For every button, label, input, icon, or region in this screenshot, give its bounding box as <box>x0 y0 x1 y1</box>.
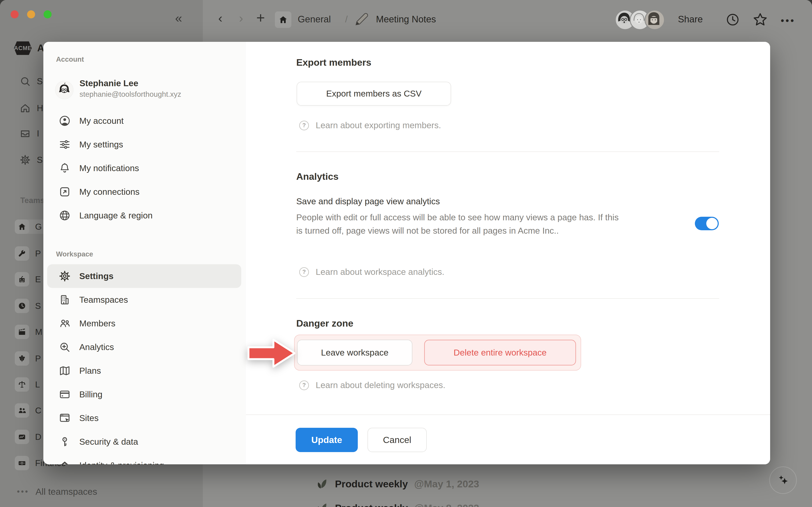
help-text: Learn about deleting workspaces. <box>316 380 445 390</box>
breadcrumb-home-button[interactable] <box>275 11 291 28</box>
menu-item-label: Billing <box>79 390 102 399</box>
analytics-help-link[interactable]: ? Learn about workspace analytics. <box>299 267 445 277</box>
toggle-knob <box>706 218 718 229</box>
teamspace-tile <box>15 220 29 234</box>
doc-row[interactable]: Product weekly @May 1, 2023 <box>315 476 479 492</box>
workspace-logo[interactable]: ACME <box>14 41 32 55</box>
menu-item-analytics[interactable]: Analytics <box>47 335 241 359</box>
menu-item-label: My notifications <box>79 163 139 173</box>
scales-icon <box>17 380 27 389</box>
workspace-logo-text: ACME <box>14 45 32 52</box>
menu-item-billing[interactable]: Billing <box>47 383 241 406</box>
updates-clock-icon[interactable] <box>725 12 740 27</box>
menu-item-members[interactable]: Members <box>47 312 241 335</box>
danger-zone-container: Leave workspace Delete entire workspace <box>294 335 581 371</box>
teamspace-item[interactable]: M <box>15 325 42 339</box>
cancel-button[interactable]: Cancel <box>367 428 427 452</box>
sidebar-item-home[interactable]: H <box>19 101 43 115</box>
credit-card-icon <box>59 388 71 400</box>
menu-item-label: Members <box>79 319 115 329</box>
back-icon[interactable]: ‹ <box>218 12 222 24</box>
menu-item-identity-provisioning[interactable]: Identity & provisioning <box>47 454 241 464</box>
leave-workspace-button[interactable]: Leave workspace <box>297 340 412 365</box>
members-icon <box>59 317 71 330</box>
minimize-window-button[interactable] <box>27 10 35 18</box>
teamspace-tile <box>15 377 29 392</box>
teamspace-tile <box>15 403 29 418</box>
teamspace-item[interactable]: E <box>15 272 41 286</box>
teamspace-item[interactable]: L <box>15 377 40 392</box>
house-icon <box>17 222 27 231</box>
breadcrumb-page-title[interactable]: Meeting Notes <box>376 14 436 24</box>
teamspace-item[interactable]: D <box>15 430 42 444</box>
section-divider <box>296 298 719 299</box>
danger-help-link[interactable]: ? Learn about deleting workspaces. <box>299 380 445 390</box>
teamspace-label: C <box>35 406 42 415</box>
teamspace-item[interactable]: S <box>15 299 41 313</box>
account-user[interactable]: Stephanie Lee stephanie@toolsforthought.… <box>55 77 181 99</box>
teams-section-header: Teams <box>20 196 45 205</box>
ai-assistant-button[interactable] <box>769 466 797 494</box>
doc-date-mention: @May 8, 2023 <box>414 502 479 507</box>
clock-icon <box>17 301 27 310</box>
delete-workspace-button[interactable]: Delete entire workspace <box>424 340 576 365</box>
collaborator-avatars[interactable] <box>615 10 665 30</box>
analytics-toggle[interactable] <box>695 217 719 230</box>
red-pointer-arrow <box>246 337 297 370</box>
sidebar-item-inbox[interactable]: I <box>19 126 39 141</box>
update-button[interactable]: Update <box>296 428 358 452</box>
collapse-sidebar-icon[interactable]: « <box>175 12 182 24</box>
forward-icon[interactable]: › <box>239 12 243 24</box>
menu-item-security-data[interactable]: Security & data <box>47 430 241 454</box>
menu-item-language-region[interactable]: Language & region <box>47 204 241 227</box>
maximize-window-button[interactable] <box>44 10 52 18</box>
share-button[interactable]: Share <box>678 14 703 24</box>
menu-item-plans[interactable]: Plans <box>47 359 241 383</box>
all-teamspaces-label: All teamspaces <box>36 487 97 497</box>
user-avatar <box>55 81 73 99</box>
close-window-button[interactable] <box>11 10 18 18</box>
map-icon <box>59 364 71 377</box>
doc-row[interactable]: Product weekly @May 8, 2023 <box>315 500 479 507</box>
settings-modal: Account Stephanie Lee stephanie@toolsfor… <box>43 42 770 464</box>
app-window: « ‹ › + General / Meeting Notes Share ••… <box>0 0 812 507</box>
analytics-heading: Analytics <box>296 171 339 182</box>
wrench-icon <box>17 249 27 258</box>
more-options-icon[interactable]: ••• <box>781 15 795 26</box>
sidebar-item-search[interactable]: S <box>19 74 43 89</box>
teamspace-label: M <box>35 327 42 337</box>
teamspace-label: G <box>35 222 42 232</box>
teamspace-item[interactable]: P <box>15 351 41 366</box>
breadcrumb-teamspace[interactable]: General <box>298 14 331 24</box>
workspace-section-label: Workspace <box>56 250 93 258</box>
help-circle-icon: ? <box>299 121 309 130</box>
clapperboard-icon <box>17 327 27 336</box>
key-icon <box>59 436 71 448</box>
teamspace-item[interactable]: C <box>15 403 42 418</box>
analytics-setting-description: People with edit or full access will be … <box>296 211 626 237</box>
menu-item-my-notifications[interactable]: My notifications <box>47 156 241 180</box>
magnifier-sparkle-icon <box>59 341 71 353</box>
export-help-link[interactable]: ? Learn about exporting members. <box>299 120 441 130</box>
help-circle-icon: ? <box>299 267 309 277</box>
all-teamspaces-item[interactable]: ••• All teamspaces <box>17 484 97 499</box>
menu-item-label: Sites <box>79 413 99 423</box>
menu-item-label: Plans <box>79 366 101 376</box>
sidebar-item-label: S <box>37 155 43 165</box>
menu-item-teamspaces[interactable]: Teamspaces <box>47 288 241 312</box>
home-icon <box>278 15 288 24</box>
export-members-csv-button[interactable]: Export members as CSV <box>297 82 451 106</box>
account-menu: My account My settings My notifications … <box>47 109 241 227</box>
teamspace-item[interactable]: P <box>15 246 41 261</box>
new-page-icon[interactable]: + <box>256 9 265 26</box>
menu-item-my-account[interactable]: My account <box>47 109 241 133</box>
sidebar-item-settings[interactable]: S <box>19 153 43 167</box>
menu-item-my-connections[interactable]: My connections <box>47 180 241 204</box>
menu-item-sites[interactable]: Sites <box>47 406 241 430</box>
section-divider <box>296 152 719 152</box>
doc-title: Product weekly <box>335 478 408 490</box>
favorite-star-icon[interactable] <box>752 11 768 28</box>
menu-item-settings[interactable]: Settings <box>47 264 241 288</box>
menu-item-label: Security & data <box>79 437 138 447</box>
menu-item-my-settings[interactable]: My settings <box>47 133 241 156</box>
